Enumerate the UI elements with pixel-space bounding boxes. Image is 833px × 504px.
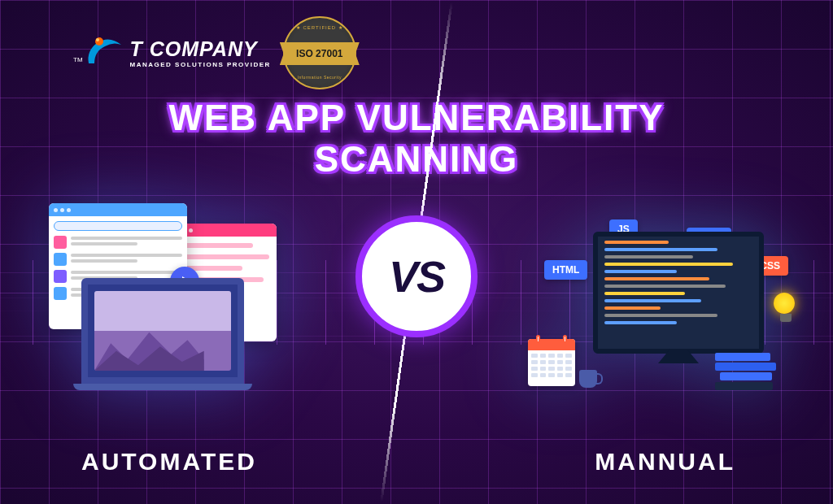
laptop-base [73, 384, 252, 390]
page-title: WEB APP VULNERABILITY SCANNING [0, 98, 833, 180]
iso-certification-badge: ★ CERTIFIED ★ ISO 27001 Information Secu… [283, 16, 356, 89]
automated-label: AUTOMATED [81, 448, 257, 476]
calendar-icon [528, 339, 575, 386]
title-line-1: WEB APP VULNERABILITY [168, 98, 664, 137]
lightbulb-icon [774, 293, 798, 325]
svg-point-0 [95, 37, 103, 46]
manual-label: MANNUAL [595, 448, 735, 476]
code-monitor [593, 232, 764, 354]
header-logos: TM T COMPANY MANAGED SOLUTIONS PROVIDER … [73, 16, 356, 89]
search-bar-graphic [54, 221, 182, 231]
company-name: T COMPANY [130, 37, 271, 61]
pencil-cup-icon [579, 370, 597, 388]
laptop-screen [81, 278, 244, 384]
svg-point-1 [96, 38, 99, 41]
title-line-2: SCANNING [315, 139, 519, 179]
vs-badge: VS [355, 215, 478, 337]
company-tagline: MANAGED SOLUTIONS PROVIDER [130, 61, 271, 68]
html-tag: HTML [544, 260, 587, 280]
automated-illustration [49, 203, 277, 390]
trademark-label: TM [73, 56, 83, 63]
logo-swoosh-icon [85, 35, 125, 72]
books-stack-icon [715, 351, 776, 390]
badge-bottom-text: Information Security [285, 75, 355, 80]
manual-illustration: JS CODE </> HTML CSS [528, 215, 788, 394]
badge-main-text: ISO 27001 [280, 42, 360, 65]
company-logo: TM T COMPANY MANAGED SOLUTIONS PROVIDER [73, 35, 271, 72]
badge-top-text: ★ CERTIFIED ★ [285, 24, 355, 30]
vs-text: VS [389, 251, 444, 302]
